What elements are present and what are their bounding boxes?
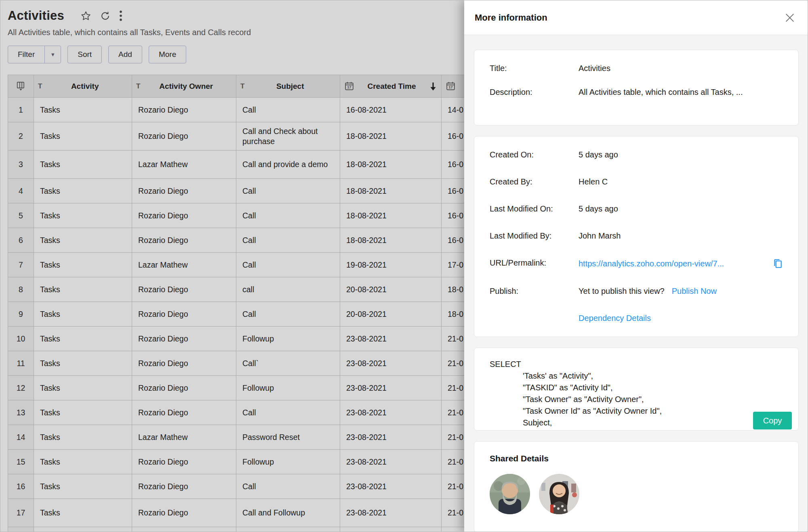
- sql-line: "Task Owner Id" as "Activity Owner Id",: [490, 405, 783, 417]
- publish-status-text: Yet to publish this view?: [579, 287, 665, 296]
- publish-now-link[interactable]: Publish Now: [672, 287, 717, 296]
- panel-header: More information: [464, 0, 808, 35]
- shared-user-avatar[interactable]: [490, 474, 530, 514]
- created-on-value: 5 days ago: [579, 150, 783, 159]
- last-modified-by-value: John Marsh: [579, 231, 783, 241]
- created-by-value: Helen C: [579, 177, 783, 186]
- sql-line: "Created Time": [490, 429, 783, 431]
- publish-label: Publish:: [490, 287, 579, 296]
- sql-line: Subject,: [490, 417, 783, 429]
- close-icon[interactable]: [783, 11, 796, 24]
- sql-query-lines: 'Tasks' as "Activity","TASKID" as "Activ…: [490, 370, 783, 431]
- last-modified-on-value: 5 days ago: [579, 204, 783, 214]
- shared-details-title: Shared Details: [490, 454, 783, 463]
- permalink-url[interactable]: https://analytics.zoho.com/open-view/7..…: [579, 259, 724, 268]
- panel-title: More information: [475, 13, 547, 23]
- dependency-details-link[interactable]: Dependency Details: [579, 314, 651, 323]
- created-by-label: Created By:: [490, 177, 579, 186]
- last-modified-on-label: Last Modified On:: [490, 204, 579, 214]
- sql-line: "TASKID" as "Activity Id",: [490, 382, 783, 394]
- title-description-card: Title: Activities Description: All Activ…: [474, 50, 799, 126]
- title-value: Activities: [579, 64, 783, 73]
- more-information-panel: More information Title: Activities Descr…: [464, 0, 808, 532]
- metadata-card: Created On: 5 days ago Created By: Helen…: [474, 136, 799, 337]
- shared-user-avatar[interactable]: [539, 474, 579, 514]
- sql-select-keyword: SELECT: [490, 358, 783, 370]
- url-permalink-label: URL/Permalink:: [490, 258, 579, 268]
- copy-sql-button[interactable]: Copy: [753, 412, 792, 429]
- panel-body: Title: Activities Description: All Activ…: [464, 35, 808, 532]
- sql-line: "Task Owner" as "Activity Owner",: [490, 394, 783, 405]
- created-on-label: Created On:: [490, 150, 579, 159]
- description-value: All Activities table, which contains all…: [579, 88, 783, 97]
- sql-line: 'Tasks' as "Activity",: [490, 370, 783, 382]
- modal-dim-overlay[interactable]: [0, 0, 464, 532]
- shared-details-card: Shared Details: [474, 441, 799, 532]
- title-label: Title:: [490, 64, 579, 73]
- description-label: Description:: [490, 88, 579, 97]
- copy-url-icon[interactable]: [772, 258, 783, 269]
- sql-query-card: SELECT 'Tasks' as "Activity","TASKID" as…: [474, 348, 799, 431]
- last-modified-by-label: Last Modified By:: [490, 231, 579, 241]
